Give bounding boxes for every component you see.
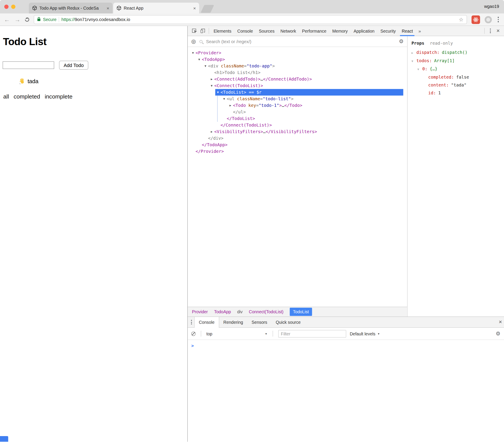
zoom-window-button[interactable]	[18, 5, 22, 9]
chevron-down-icon: ▼	[265, 332, 268, 335]
breadcrumb-div[interactable]: div	[237, 309, 243, 314]
component-breadcrumbs: ProviderTodoAppdivConnect(TodoList)TodoL…	[188, 307, 407, 316]
drawer-menu-icon[interactable]	[189, 320, 194, 324]
new-tab-button[interactable]	[201, 5, 214, 13]
toolbar-divider	[273, 331, 273, 337]
profile-name[interactable]: wgao19	[484, 4, 499, 9]
prop-row[interactable]: content:"tada"	[412, 81, 504, 89]
tree-row[interactable]: ▶<Connect(AddTodo)>…</Connect(AddTodo)>	[188, 76, 407, 83]
minimize-window-button[interactable]	[11, 5, 16, 9]
address-bar[interactable]: Secure https://9on71rvnyo.codesandbox.io…	[34, 15, 467, 24]
tree-row[interactable]: </TodoApp>	[188, 142, 407, 148]
filter-link-completed[interactable]: completed	[14, 93, 40, 100]
tree-row[interactable]: ▶<VisibilityFilters>…</VisibilityFilters…	[188, 129, 407, 135]
tab-react[interactable]: React	[399, 26, 416, 36]
prop-row[interactable]: id:1	[412, 89, 504, 97]
tree-row[interactable]: <h1>Todo List</h1>	[188, 69, 407, 76]
tree-row[interactable]: </Provider>	[188, 148, 407, 155]
tab-close-icon[interactable]: ×	[193, 5, 196, 11]
tree-row[interactable]: ▶<Todo key="todo-1">…</Todo>	[188, 102, 407, 109]
forward-icon[interactable]: →	[15, 17, 20, 22]
tree-row[interactable]: ▼<Provider>	[188, 50, 407, 56]
drawer-tab-console[interactable]: Console	[194, 317, 219, 328]
browser-tab-codesandbox[interactable]: Todo App with Redux - CodeSa ×	[29, 3, 113, 14]
breadcrumb-provider[interactable]: Provider	[192, 309, 208, 314]
tree-row[interactable]: ▼<Connect(TodoList)>	[188, 83, 407, 89]
console-filter-input[interactable]	[278, 330, 346, 338]
tree-segment: </div>	[208, 135, 223, 142]
chevron-down-icon[interactable]: ▼	[197, 56, 202, 63]
breadcrumb-todolist[interactable]: TodoList	[290, 308, 312, 316]
prop-row[interactable]: completed:false	[412, 73, 504, 81]
search-input[interactable]: Search (text or /regex/)	[206, 39, 251, 44]
prop-key: dispatch:	[417, 49, 440, 56]
tree-row[interactable]: </div>	[188, 135, 407, 142]
tab-elements[interactable]: Elements	[211, 26, 234, 36]
tree-row[interactable]: </TodoList>	[188, 115, 407, 122]
log-levels-selector[interactable]: Default levels ▼	[350, 331, 380, 336]
drawer-tab-rendering[interactable]: Rendering	[219, 317, 247, 328]
tree-row[interactable]: ▼<TodoList> == $r	[188, 89, 407, 96]
chevron-down-icon[interactable]: ▼	[412, 57, 417, 65]
add-todo-button[interactable]: Add Todo	[59, 61, 88, 70]
chevron-down-icon[interactable]: ▼	[222, 96, 227, 102]
tab-network[interactable]: Network	[277, 26, 299, 36]
inspect-element-icon[interactable]	[190, 28, 199, 34]
back-icon[interactable]: ←	[4, 17, 10, 22]
tree-row[interactable]: </ul>	[188, 109, 407, 115]
breadcrumb-connect(todolist)[interactable]: Connect(TodoList)	[249, 309, 283, 314]
todo-input[interactable]	[3, 61, 54, 69]
tab-memory[interactable]: Memory	[330, 26, 351, 36]
browser-tab-react-app[interactable]: React App ×	[113, 3, 199, 14]
devtools-menu-icon[interactable]	[487, 29, 493, 33]
clear-console-icon[interactable]	[191, 332, 196, 336]
react-settings-gear-icon[interactable]: ⚙	[399, 39, 404, 44]
tree-row[interactable]: ▼<TodoApp>	[188, 56, 407, 63]
tab-application[interactable]: Application	[351, 26, 377, 36]
drawer-tab-sensors[interactable]: Sensors	[247, 317, 272, 328]
bookmark-star-icon[interactable]: ☆	[459, 17, 464, 23]
context-selector[interactable]: top ▼	[207, 331, 268, 336]
tree-row[interactable]: </Connect(TodoList)>	[188, 122, 407, 129]
add-todo-form: Add Todo	[3, 61, 188, 70]
tree-row[interactable]: ▼<ul className="todo-list">	[188, 96, 407, 102]
devtools-panel: ElementsConsoleSourcesNetworkPerformance…	[188, 26, 504, 442]
todo-list-item[interactable]: tada	[18, 78, 188, 85]
devtools-close-icon[interactable]: ×	[495, 28, 502, 34]
chevron-down-icon[interactable]: ▼	[417, 65, 422, 73]
chevron-right-icon[interactable]: ▶	[209, 129, 214, 135]
tab-sources[interactable]: Sources	[256, 26, 278, 36]
prop-row[interactable]: ▶dispatch:dispatch()	[412, 49, 504, 57]
drawer-tab-quick-source[interactable]: Quick source	[271, 317, 305, 328]
tree-row[interactable]: ▼<div className="todo-app">	[188, 63, 407, 69]
chevron-right-icon[interactable]: ▶	[209, 76, 214, 83]
chrome-menu-icon[interactable]	[496, 17, 500, 22]
more-tabs-icon[interactable]: »	[416, 28, 424, 34]
console-output[interactable]: >	[188, 340, 504, 442]
close-window-button[interactable]	[4, 5, 9, 9]
select-component-icon[interactable]: ◎	[191, 39, 196, 44]
console-prompt[interactable]: >	[191, 343, 194, 348]
chevron-right-icon[interactable]: ▶	[228, 102, 233, 109]
chevron-down-icon[interactable]: ▼	[215, 89, 221, 96]
tab-security[interactable]: Security	[377, 26, 399, 36]
prop-row[interactable]: ▼0:{…}	[412, 65, 504, 73]
chevron-down-icon[interactable]: ▼	[190, 50, 196, 56]
prop-row[interactable]: ▼todos:Array[1]	[412, 57, 504, 65]
extension-icon[interactable]	[485, 16, 492, 23]
react-devtools-extension-icon[interactable]	[471, 15, 480, 24]
drawer-close-icon[interactable]: ×	[497, 319, 504, 326]
tab-console[interactable]: Console	[234, 26, 256, 36]
breadcrumb-todoapp[interactable]: TodoApp	[214, 309, 231, 314]
filter-link-all[interactable]: all	[3, 93, 9, 100]
device-toolbar-icon[interactable]	[199, 28, 207, 34]
chevron-down-icon[interactable]: ▼	[209, 83, 214, 89]
console-drawer: ConsoleRenderingSensorsQuick source × to…	[188, 316, 504, 442]
tab-performance[interactable]: Performance	[299, 26, 330, 36]
tab-close-icon[interactable]: ×	[106, 5, 109, 11]
chevron-down-icon[interactable]: ▼	[203, 63, 208, 69]
console-settings-gear-icon[interactable]: ⚙	[496, 331, 501, 336]
filter-link-incomplete[interactable]: incomplete	[45, 93, 72, 100]
reload-icon[interactable]	[24, 17, 30, 22]
chevron-right-icon[interactable]: ▶	[412, 49, 417, 57]
